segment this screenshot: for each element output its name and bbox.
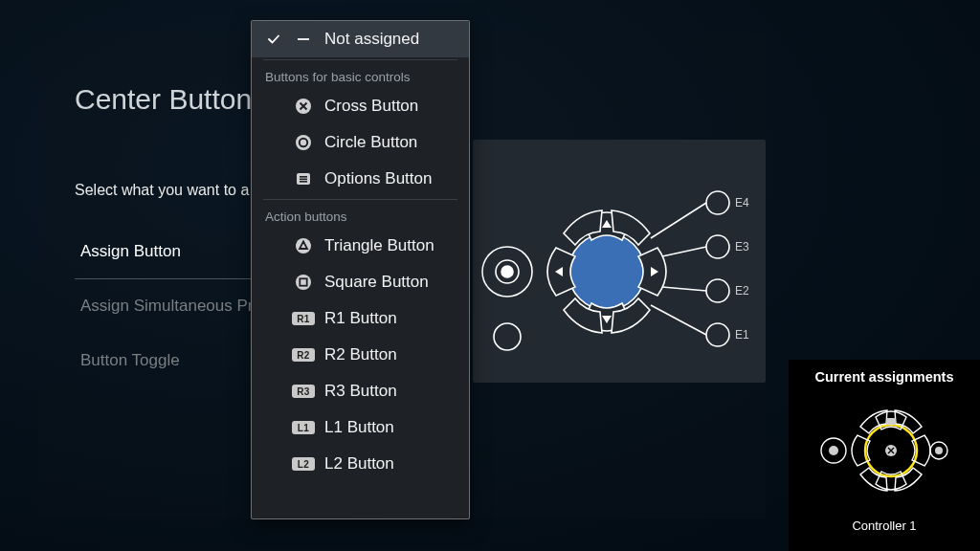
svg-point-28: [829, 446, 838, 455]
controller-diagram: E4 E3 E2 E1: [473, 140, 766, 383]
dropdown-item-options[interactable]: Options Button: [252, 161, 469, 197]
separator: [263, 199, 457, 200]
square-icon: [294, 273, 313, 292]
dropdown-item-label: Options Button: [324, 169, 432, 188]
dropdown-item-label: L2 Button: [324, 454, 394, 474]
prompt-text: Select what you want to a: [75, 182, 249, 199]
expansion-label-e4: E4: [735, 196, 749, 209]
dropdown-item-label: L1 Button: [324, 418, 394, 437]
dropdown-item-label: Not assigned: [324, 30, 419, 49]
svg-point-15: [296, 135, 311, 150]
dropdown-item-label: Cross Button: [324, 97, 418, 116]
page-title: Center Button: [75, 83, 252, 116]
r3-icon: R3: [294, 382, 313, 401]
svg-point-12: [706, 323, 729, 346]
dropdown-item-label: Triangle Button: [324, 236, 434, 255]
minus-icon: [294, 30, 313, 49]
separator: [263, 59, 457, 60]
svg-rect-19: [300, 179, 307, 181]
dropdown-item-not-assigned[interactable]: Not assigned: [252, 21, 469, 57]
dropdown-section-basic: Buttons for basic controls: [252, 62, 469, 88]
svg-point-11: [706, 279, 729, 302]
svg-rect-18: [300, 176, 307, 178]
svg-point-23: [296, 275, 311, 290]
expansion-label-e2: E2: [735, 284, 749, 298]
panel-subtitle: Controller 1: [789, 513, 980, 542]
dropdown-item-r2[interactable]: R2 R2 Button: [252, 337, 469, 373]
dropdown-item-label: Circle Button: [324, 133, 417, 152]
circle-icon: [294, 133, 313, 152]
expansion-label-e1: E1: [735, 328, 749, 342]
dropdown-section-action: Action buttons: [252, 202, 469, 228]
svg-point-10: [706, 235, 729, 258]
cross-icon: [294, 97, 313, 116]
checkmark-icon: [265, 33, 282, 46]
dropdown-item-l1[interactable]: L1 L1 Button: [252, 409, 469, 446]
l2-icon: L2: [294, 454, 313, 474]
dropdown-item-l2[interactable]: L2 L2 Button: [252, 446, 469, 482]
svg-point-0: [568, 233, 645, 310]
r1-icon: R1: [294, 309, 313, 328]
expansion-label-e3: E3: [735, 240, 749, 253]
assignments-mini-diagram: [813, 388, 956, 513]
dropdown-item-cross[interactable]: Cross Button: [252, 88, 469, 124]
l1-icon: L1: [294, 418, 313, 437]
svg-rect-31: [886, 418, 896, 425]
svg-point-8: [494, 323, 521, 350]
dropdown-item-r3[interactable]: R3 R3 Button: [252, 373, 469, 409]
current-assignments-panel: Current assignments Controller 1: [789, 360, 980, 551]
dropdown-item-label: R2 Button: [324, 345, 397, 364]
panel-title: Current assignments: [789, 360, 980, 388]
dropdown-item-label: Square Button: [324, 273, 429, 292]
r2-icon: R2: [294, 345, 313, 364]
svg-rect-20: [300, 181, 307, 183]
dropdown-item-triangle[interactable]: Triangle Button: [252, 228, 469, 264]
svg-point-30: [935, 447, 943, 454]
triangle-icon: [294, 236, 313, 255]
dropdown-item-r1[interactable]: R1 R1 Button: [252, 300, 469, 337]
svg-rect-13: [298, 38, 309, 40]
dropdown-item-square[interactable]: Square Button: [252, 264, 469, 300]
options-icon: [294, 169, 313, 188]
svg-point-7: [501, 266, 513, 277]
assignment-dropdown: Not assigned Buttons for basic controls …: [251, 20, 470, 519]
dropdown-item-label: R1 Button: [324, 309, 397, 328]
svg-point-9: [706, 191, 729, 214]
dropdown-item-label: R3 Button: [324, 382, 397, 401]
dropdown-item-circle[interactable]: Circle Button: [252, 124, 469, 161]
